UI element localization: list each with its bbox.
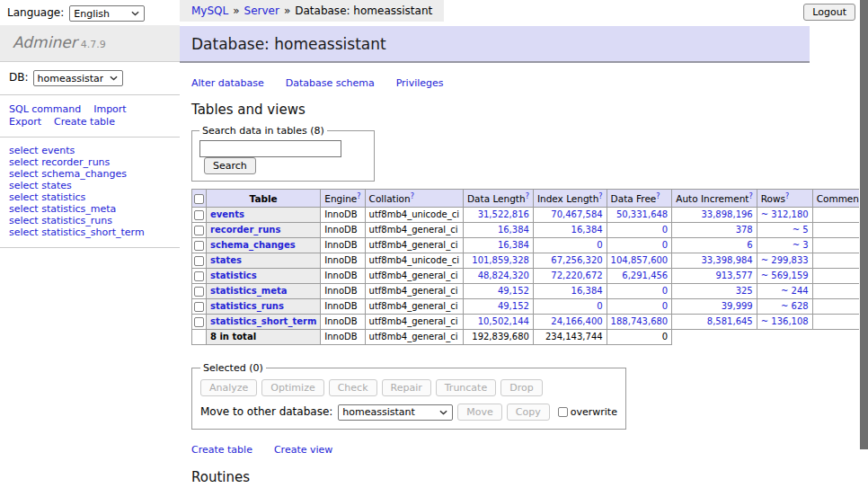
sidebar-item-statistics[interactable]: select statistics xyxy=(9,192,180,204)
data-free-cell-link[interactable]: 6,291,456 xyxy=(622,271,668,280)
scrollbar-thumb[interactable] xyxy=(860,0,868,449)
table-link[interactable]: states xyxy=(210,255,242,265)
sidebar-item-events[interactable]: select events xyxy=(9,146,180,157)
move-button[interactable]: Move xyxy=(457,404,502,421)
sidebar-action-import[interactable]: Import xyxy=(93,103,127,115)
rows-cell-link[interactable]: ~ 299,833 xyxy=(761,255,809,265)
copy-button[interactable]: Copy xyxy=(507,404,550,421)
analyze-button[interactable]: Analyze xyxy=(200,379,257,396)
select-link[interactable]: select xyxy=(9,145,39,156)
data-length-cell-link[interactable]: 31,522,816 xyxy=(478,209,529,219)
auto-increment-cell-link[interactable]: 33,898,196 xyxy=(701,209,752,219)
data-free-cell-link[interactable]: 0 xyxy=(662,301,668,311)
index-length-cell-link[interactable]: 0 xyxy=(597,240,602,250)
sidebar-item-schema-changes[interactable]: select schema_changes xyxy=(9,169,180,181)
data-length-cell-link[interactable]: 49,152 xyxy=(498,286,529,296)
auto-increment-cell-link[interactable]: 913,577 xyxy=(715,271,752,280)
sidebar-item-states[interactable]: select states xyxy=(9,181,180,192)
data-free-cell-link[interactable]: 0 xyxy=(662,240,668,250)
rows-cell-link[interactable]: ~ 244 xyxy=(781,286,809,296)
table-name-link[interactable]: recorder_runs xyxy=(41,156,110,168)
index-length-cell-link[interactable]: 16,384 xyxy=(571,225,603,235)
sidebar-item-statistics-meta[interactable]: select statistics_meta xyxy=(9,204,180,216)
rows-cell-link[interactable]: ~ 628 xyxy=(781,301,809,311)
row-checkbox[interactable] xyxy=(194,226,204,235)
index-length-cell-link[interactable]: 72,220,672 xyxy=(551,271,602,280)
help-link[interactable]: ? xyxy=(357,191,360,200)
sidebar-action-create-table[interactable]: Create table xyxy=(54,116,115,128)
help-link[interactable]: ? xyxy=(411,191,414,200)
select-link[interactable]: select xyxy=(9,203,39,215)
drop-button[interactable]: Drop xyxy=(500,379,542,396)
help-link[interactable]: ? xyxy=(748,191,752,200)
row-checkbox[interactable] xyxy=(194,241,204,251)
help-link[interactable]: ? xyxy=(785,191,789,200)
index-length-cell-link[interactable]: 16,384 xyxy=(571,286,603,296)
table-name-link[interactable]: states xyxy=(41,180,72,191)
data-free-cell-link[interactable]: 0 xyxy=(662,286,668,296)
search-button[interactable]: Search xyxy=(204,157,256,174)
data-length-cell-link[interactable]: 10,502,144 xyxy=(478,316,529,326)
app-name-link[interactable]: Adminer xyxy=(13,33,77,51)
table-name-link[interactable]: statistics xyxy=(41,191,85,203)
truncate-button[interactable]: Truncate xyxy=(436,379,496,396)
alter-database-link[interactable]: Alter database xyxy=(191,77,264,89)
auto-increment-cell-link[interactable]: 39,999 xyxy=(722,301,753,311)
rows-cell-link[interactable]: ~ 136,108 xyxy=(761,316,809,326)
index-length-cell-link[interactable]: 67,256,320 xyxy=(551,255,602,265)
select-link[interactable]: select xyxy=(9,226,39,238)
select-link[interactable]: select xyxy=(9,156,39,168)
help-link[interactable]: ? xyxy=(598,191,602,200)
select-link[interactable]: select xyxy=(9,168,39,180)
rows-cell-link[interactable]: ~ 312,180 xyxy=(761,209,809,219)
auto-increment-cell-link[interactable]: 325 xyxy=(736,286,753,296)
data-length-cell-link[interactable]: 16,384 xyxy=(498,240,529,250)
data-length-cell-link[interactable]: 48,824,320 xyxy=(478,271,529,280)
search-input[interactable] xyxy=(199,140,341,157)
sidebar-item-statistics-short-term[interactable]: select statistics_short_term xyxy=(9,227,180,239)
help-link[interactable]: ? xyxy=(656,191,660,200)
data-free-cell-link[interactable]: 0 xyxy=(662,225,668,235)
table-link[interactable]: statistics_short_term xyxy=(210,316,316,326)
index-length-cell-link[interactable]: 24,166,400 xyxy=(551,316,602,326)
db-select[interactable]: homeassistant xyxy=(33,70,123,86)
rows-cell-link[interactable]: ~ 3 xyxy=(793,240,809,250)
row-checkbox[interactable] xyxy=(194,287,204,297)
vertical-scrollbar[interactable] xyxy=(859,0,868,488)
table-link[interactable]: schema_changes xyxy=(210,240,296,250)
data-free-cell-link[interactable]: 50,331,648 xyxy=(616,209,668,219)
rows-cell-link[interactable]: ~ 5 xyxy=(793,225,809,235)
sidebar-item-recorder-runs[interactable]: select recorder_runs xyxy=(9,157,180,169)
data-length-cell-link[interactable]: 49,152 xyxy=(498,301,529,311)
table-name-link[interactable]: statistics_short_term xyxy=(41,226,144,238)
table-name-link[interactable]: statistics_runs xyxy=(41,215,112,226)
table-link[interactable]: events xyxy=(210,209,244,219)
overwrite-checkbox[interactable] xyxy=(558,407,568,417)
table-name-link[interactable]: events xyxy=(41,145,75,156)
help-link[interactable]: ? xyxy=(526,191,529,200)
row-checkbox[interactable] xyxy=(194,271,204,281)
sidebar-action-sql-command[interactable]: SQL command xyxy=(9,103,81,115)
table-link[interactable]: statistics_meta xyxy=(210,286,287,296)
privileges-link[interactable]: Privileges xyxy=(396,77,444,89)
check-button[interactable]: Check xyxy=(329,379,377,396)
logout-button[interactable]: Logout xyxy=(803,4,855,21)
repair-button[interactable]: Repair xyxy=(382,379,431,396)
index-length-cell-link[interactable]: 70,467,584 xyxy=(551,209,602,219)
auto-increment-cell-link[interactable]: 8,581,645 xyxy=(707,316,753,326)
data-free-cell-link[interactable]: 188,743,680 xyxy=(611,316,669,326)
rows-cell-link[interactable]: ~ 569,159 xyxy=(761,271,809,280)
move-db-select[interactable]: homeassistant xyxy=(338,404,453,421)
sidebar-item-statistics-runs[interactable]: select statistics_runs xyxy=(9,216,180,227)
select-link[interactable]: select xyxy=(9,191,39,203)
table-link[interactable]: statistics_runs xyxy=(210,301,284,311)
sidebar-action-export[interactable]: Export xyxy=(9,116,41,128)
select-link[interactable]: select xyxy=(9,215,39,226)
select-link[interactable]: select xyxy=(9,180,39,191)
select-all-checkbox[interactable] xyxy=(194,194,204,204)
auto-increment-cell-link[interactable]: 33,398,984 xyxy=(701,255,752,265)
row-checkbox[interactable] xyxy=(194,317,204,327)
table-link[interactable]: statistics xyxy=(210,271,257,280)
create-table-link[interactable]: Create table xyxy=(191,444,252,456)
row-checkbox[interactable] xyxy=(194,256,204,266)
